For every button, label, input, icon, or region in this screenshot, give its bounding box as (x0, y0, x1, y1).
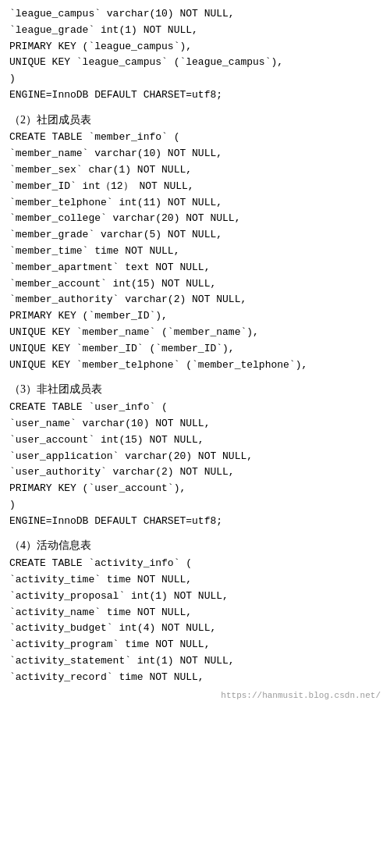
section4-block: （4）活动信息表 CREATE TABLE `activity_info` ( … (9, 537, 381, 685)
code-line: PRIMARY KEY (`user_account`), (9, 481, 381, 497)
section3-block: （3）非社团成员表 CREATE TABLE `user_info` ( `us… (9, 381, 381, 529)
code-line: ENGINE=InnoDB DEFAULT CHARSET=utf8; (9, 514, 381, 530)
code-line: `league_campus` varchar(10) NOT NULL, (9, 6, 381, 23)
code-line: UNIQUE KEY `league_campus` (`league_camp… (9, 55, 381, 71)
code-line: `member_apartment` text NOT NULL, (9, 260, 381, 276)
code-line: `member_telphone` int(11) NOT NULL, (9, 195, 381, 212)
code-line: UNIQUE KEY `member_name` (`member_name`)… (9, 325, 381, 341)
code-line: `activity_proposal` int(1) NOT NULL, (9, 589, 381, 605)
section4-header: （4）活动信息表 (9, 537, 381, 554)
code-line: `activity_name` time NOT NULL, (9, 605, 381, 621)
code-line: CREATE TABLE `user_info` ( (9, 400, 381, 416)
section2-block: （2）社团成员表 CREATE TABLE `member_info` ( `m… (9, 112, 381, 374)
code-line: UNIQUE KEY `member_ID` (`member_ID`), (9, 341, 381, 358)
code-line: ) (9, 71, 381, 87)
watermark: https://hanmusit.blog.csdn.net/ (9, 689, 381, 703)
code-line: `member_account` int(15) NOT NULL, (9, 276, 381, 293)
section2-header: （2）社团成员表 (9, 112, 381, 129)
code-line: UNIQUE KEY `member_telphone` (`member_te… (9, 358, 381, 374)
code-line: `member_sex` char(1) NOT NULL, (9, 162, 381, 179)
section3-header: （3）非社团成员表 (9, 381, 381, 398)
code-line: `user_application` varchar(20) NOT NULL, (9, 449, 381, 465)
code-line: `member_authority` varchar(2) NOT NULL, (9, 292, 381, 308)
code-line: `member_college` varchar(20) NOT NULL, (9, 211, 381, 227)
code-line: `member_grade` varchar(5) NOT NULL, (9, 227, 381, 244)
code-line: CREATE TABLE `member_info` ( (9, 130, 381, 146)
code-line: `user_name` varchar(10) NOT NULL, (9, 416, 381, 432)
code-line: PRIMARY KEY (`member_ID`), (9, 308, 381, 325)
code-line: `member_time` time NOT NULL, (9, 244, 381, 260)
code-line: `activity_program` time NOT NULL, (9, 637, 381, 653)
code-line: `user_authority` varchar(2) NOT NULL, (9, 464, 381, 481)
code-line: `activity_record` time NOT NULL, (9, 670, 381, 686)
top-continuation-block: `league_campus` varchar(10) NOT NULL, `l… (9, 6, 381, 104)
code-line: `member_name` varchar(10) NOT NULL, (9, 146, 381, 162)
code-line: `member_ID` int（12） NOT NULL, (9, 179, 381, 195)
code-line: ENGINE=InnoDB DEFAULT CHARSET=utf8; (9, 87, 381, 104)
code-line: `activity_budget` int(4) NOT NULL, (9, 621, 381, 637)
code-line: `activity_time` time NOT NULL, (9, 572, 381, 589)
page-container: `league_campus` varchar(10) NOT NULL, `l… (9, 6, 381, 703)
code-line: `league_grade` int(1) NOT NULL, (9, 23, 381, 39)
code-line: ) (9, 497, 381, 514)
code-line: `user_account` int(15) NOT NULL, (9, 432, 381, 449)
code-line: PRIMARY KEY (`league_campus`), (9, 39, 381, 55)
code-line: CREATE TABLE `activity_info` ( (9, 556, 381, 572)
code-line: `activity_statement` int(1) NOT NULL, (9, 653, 381, 670)
